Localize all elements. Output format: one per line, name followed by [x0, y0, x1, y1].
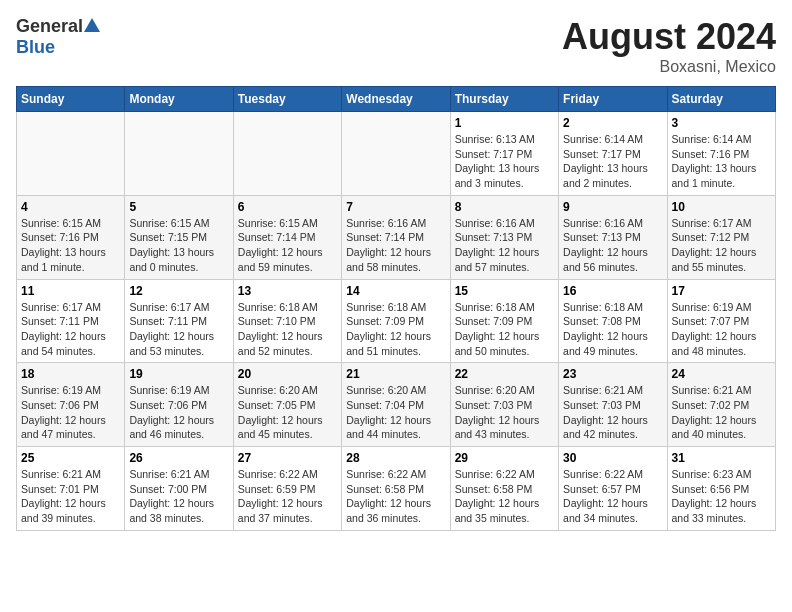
col-sunday: Sunday — [17, 87, 125, 112]
logo: General Blue — [16, 16, 100, 58]
month-year: August 2024 — [562, 16, 776, 58]
calendar-cell: 7Sunrise: 6:16 AMSunset: 7:14 PMDaylight… — [342, 195, 450, 279]
calendar-cell: 6Sunrise: 6:15 AMSunset: 7:14 PMDaylight… — [233, 195, 341, 279]
calendar-week-3: 11Sunrise: 6:17 AMSunset: 7:11 PMDayligh… — [17, 279, 776, 363]
day-number: 22 — [455, 367, 554, 381]
day-number: 25 — [21, 451, 120, 465]
day-number: 3 — [672, 116, 771, 130]
col-friday: Friday — [559, 87, 667, 112]
calendar-cell — [342, 112, 450, 196]
day-info: Sunrise: 6:19 AMSunset: 7:06 PMDaylight:… — [129, 383, 228, 442]
calendar-cell: 25Sunrise: 6:21 AMSunset: 7:01 PMDayligh… — [17, 447, 125, 531]
calendar-week-1: 1Sunrise: 6:13 AMSunset: 7:17 PMDaylight… — [17, 112, 776, 196]
day-number: 19 — [129, 367, 228, 381]
calendar-week-5: 25Sunrise: 6:21 AMSunset: 7:01 PMDayligh… — [17, 447, 776, 531]
col-monday: Monday — [125, 87, 233, 112]
day-info: Sunrise: 6:14 AMSunset: 7:17 PMDaylight:… — [563, 132, 662, 191]
day-number: 29 — [455, 451, 554, 465]
calendar-cell: 5Sunrise: 6:15 AMSunset: 7:15 PMDaylight… — [125, 195, 233, 279]
day-number: 1 — [455, 116, 554, 130]
page-header: General Blue August 2024 Boxasni, Mexico — [16, 16, 776, 76]
day-info: Sunrise: 6:15 AMSunset: 7:15 PMDaylight:… — [129, 216, 228, 275]
day-number: 4 — [21, 200, 120, 214]
calendar-cell: 31Sunrise: 6:23 AMSunset: 6:56 PMDayligh… — [667, 447, 775, 531]
calendar-cell: 4Sunrise: 6:15 AMSunset: 7:16 PMDaylight… — [17, 195, 125, 279]
day-number: 30 — [563, 451, 662, 465]
day-info: Sunrise: 6:13 AMSunset: 7:17 PMDaylight:… — [455, 132, 554, 191]
day-number: 6 — [238, 200, 337, 214]
calendar-cell: 2Sunrise: 6:14 AMSunset: 7:17 PMDaylight… — [559, 112, 667, 196]
calendar-cell: 8Sunrise: 6:16 AMSunset: 7:13 PMDaylight… — [450, 195, 558, 279]
day-number: 20 — [238, 367, 337, 381]
calendar-cell: 30Sunrise: 6:22 AMSunset: 6:57 PMDayligh… — [559, 447, 667, 531]
col-thursday: Thursday — [450, 87, 558, 112]
day-number: 15 — [455, 284, 554, 298]
day-info: Sunrise: 6:14 AMSunset: 7:16 PMDaylight:… — [672, 132, 771, 191]
day-number: 18 — [21, 367, 120, 381]
day-info: Sunrise: 6:16 AMSunset: 7:13 PMDaylight:… — [455, 216, 554, 275]
day-info: Sunrise: 6:16 AMSunset: 7:14 PMDaylight:… — [346, 216, 445, 275]
day-number: 13 — [238, 284, 337, 298]
day-info: Sunrise: 6:20 AMSunset: 7:05 PMDaylight:… — [238, 383, 337, 442]
calendar-cell: 21Sunrise: 6:20 AMSunset: 7:04 PMDayligh… — [342, 363, 450, 447]
svg-marker-0 — [84, 18, 100, 32]
calendar-cell: 13Sunrise: 6:18 AMSunset: 7:10 PMDayligh… — [233, 279, 341, 363]
day-number: 28 — [346, 451, 445, 465]
calendar-cell: 28Sunrise: 6:22 AMSunset: 6:58 PMDayligh… — [342, 447, 450, 531]
day-info: Sunrise: 6:17 AMSunset: 7:11 PMDaylight:… — [21, 300, 120, 359]
day-info: Sunrise: 6:18 AMSunset: 7:09 PMDaylight:… — [455, 300, 554, 359]
day-number: 14 — [346, 284, 445, 298]
day-info: Sunrise: 6:17 AMSunset: 7:11 PMDaylight:… — [129, 300, 228, 359]
day-info: Sunrise: 6:21 AMSunset: 7:03 PMDaylight:… — [563, 383, 662, 442]
day-number: 10 — [672, 200, 771, 214]
day-number: 8 — [455, 200, 554, 214]
calendar-cell: 22Sunrise: 6:20 AMSunset: 7:03 PMDayligh… — [450, 363, 558, 447]
calendar-cell: 23Sunrise: 6:21 AMSunset: 7:03 PMDayligh… — [559, 363, 667, 447]
day-info: Sunrise: 6:21 AMSunset: 7:00 PMDaylight:… — [129, 467, 228, 526]
calendar-cell: 11Sunrise: 6:17 AMSunset: 7:11 PMDayligh… — [17, 279, 125, 363]
calendar-cell: 29Sunrise: 6:22 AMSunset: 6:58 PMDayligh… — [450, 447, 558, 531]
logo-icon — [84, 18, 100, 36]
calendar-cell — [233, 112, 341, 196]
calendar-cell: 15Sunrise: 6:18 AMSunset: 7:09 PMDayligh… — [450, 279, 558, 363]
calendar-cell: 3Sunrise: 6:14 AMSunset: 7:16 PMDaylight… — [667, 112, 775, 196]
calendar-week-2: 4Sunrise: 6:15 AMSunset: 7:16 PMDaylight… — [17, 195, 776, 279]
day-number: 7 — [346, 200, 445, 214]
calendar-cell: 27Sunrise: 6:22 AMSunset: 6:59 PMDayligh… — [233, 447, 341, 531]
day-info: Sunrise: 6:19 AMSunset: 7:06 PMDaylight:… — [21, 383, 120, 442]
day-info: Sunrise: 6:16 AMSunset: 7:13 PMDaylight:… — [563, 216, 662, 275]
day-number: 21 — [346, 367, 445, 381]
calendar-cell — [17, 112, 125, 196]
day-info: Sunrise: 6:15 AMSunset: 7:14 PMDaylight:… — [238, 216, 337, 275]
day-number: 2 — [563, 116, 662, 130]
day-info: Sunrise: 6:22 AMSunset: 6:57 PMDaylight:… — [563, 467, 662, 526]
day-info: Sunrise: 6:19 AMSunset: 7:07 PMDaylight:… — [672, 300, 771, 359]
month-title: August 2024 Boxasni, Mexico — [562, 16, 776, 76]
day-info: Sunrise: 6:17 AMSunset: 7:12 PMDaylight:… — [672, 216, 771, 275]
day-info: Sunrise: 6:18 AMSunset: 7:09 PMDaylight:… — [346, 300, 445, 359]
calendar-cell: 26Sunrise: 6:21 AMSunset: 7:00 PMDayligh… — [125, 447, 233, 531]
calendar-week-4: 18Sunrise: 6:19 AMSunset: 7:06 PMDayligh… — [17, 363, 776, 447]
calendar-cell: 18Sunrise: 6:19 AMSunset: 7:06 PMDayligh… — [17, 363, 125, 447]
calendar-cell: 24Sunrise: 6:21 AMSunset: 7:02 PMDayligh… — [667, 363, 775, 447]
calendar-cell: 19Sunrise: 6:19 AMSunset: 7:06 PMDayligh… — [125, 363, 233, 447]
day-number: 16 — [563, 284, 662, 298]
day-info: Sunrise: 6:15 AMSunset: 7:16 PMDaylight:… — [21, 216, 120, 275]
calendar-cell: 14Sunrise: 6:18 AMSunset: 7:09 PMDayligh… — [342, 279, 450, 363]
calendar-cell: 12Sunrise: 6:17 AMSunset: 7:11 PMDayligh… — [125, 279, 233, 363]
col-wednesday: Wednesday — [342, 87, 450, 112]
day-info: Sunrise: 6:21 AMSunset: 7:01 PMDaylight:… — [21, 467, 120, 526]
calendar-cell: 9Sunrise: 6:16 AMSunset: 7:13 PMDaylight… — [559, 195, 667, 279]
day-number: 24 — [672, 367, 771, 381]
day-number: 12 — [129, 284, 228, 298]
day-number: 5 — [129, 200, 228, 214]
calendar-body: 1Sunrise: 6:13 AMSunset: 7:17 PMDaylight… — [17, 112, 776, 531]
logo-blue: Blue — [16, 37, 55, 57]
calendar-cell: 17Sunrise: 6:19 AMSunset: 7:07 PMDayligh… — [667, 279, 775, 363]
day-number: 27 — [238, 451, 337, 465]
calendar-cell: 10Sunrise: 6:17 AMSunset: 7:12 PMDayligh… — [667, 195, 775, 279]
weekday-row: Sunday Monday Tuesday Wednesday Thursday… — [17, 87, 776, 112]
calendar-header: Sunday Monday Tuesday Wednesday Thursday… — [17, 87, 776, 112]
calendar-cell — [125, 112, 233, 196]
location: Boxasni, Mexico — [562, 58, 776, 76]
